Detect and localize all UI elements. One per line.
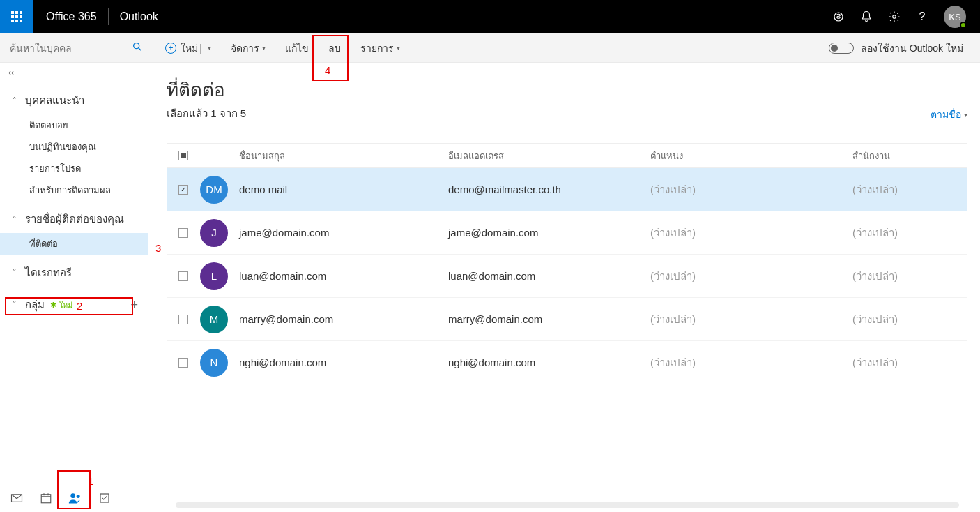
col-header-name[interactable]: ชื่อนามสกุล <box>239 149 448 163</box>
list-button[interactable]: รายการ▾ <box>360 40 400 56</box>
try-new-label: ลองใช้งาน Outlook ใหม่ <box>861 40 963 56</box>
contact-avatar: M <box>200 306 228 333</box>
contact-position: (ว่างเปล่า) <box>650 181 852 198</box>
content-area: ที่ติดต่อ เลือกแล้ว 1 จาก 5 ตามชื่อ ▾ ชื… <box>148 63 980 512</box>
mail-icon[interactable] <box>10 491 24 505</box>
nav-section-suggested[interactable]: ˄บุคคลแนะนำ <box>0 86 148 114</box>
search-box[interactable] <box>0 33 148 62</box>
table-header: ชื่อนามสกุล อีเมลแอดเดรส ตำแหน่ง สำนักงา… <box>167 143 967 168</box>
divider <box>108 8 109 25</box>
list-label: รายการ <box>360 40 394 56</box>
search-icon[interactable] <box>132 41 143 55</box>
contact-avatar: L <box>200 262 228 290</box>
col-header-office[interactable]: สำนักงาน <box>852 149 967 163</box>
search-input[interactable] <box>10 43 132 54</box>
new-label: ใหม่ <box>181 40 198 56</box>
svg-point-4 <box>70 493 75 498</box>
waffle-icon <box>11 11 22 22</box>
chevron-up-icon: ˄ <box>13 96 21 105</box>
col-header-position[interactable]: ตำแหน่ง <box>650 149 852 163</box>
top-bar: Office 365 Outlook ? KS <box>0 0 980 33</box>
nav-section-groups[interactable]: ˅ กลุ่ม ใหม่ + <box>0 291 148 319</box>
nav-section-your-contacts[interactable]: ˄รายชื่อผู้ติดต่อของคุณ <box>0 205 148 233</box>
calendar-icon[interactable] <box>39 491 53 505</box>
nav-section-directory[interactable]: ˅ไดเรกทอรี <box>0 259 148 287</box>
delete-label: ลบ <box>328 40 341 56</box>
settings-icon[interactable] <box>888 10 901 23</box>
avatar-initials: KS <box>949 12 960 22</box>
manage-button[interactable]: จัดการ▾ <box>231 40 266 56</box>
contact-row[interactable]: DMdemo maildemo@mailmaster.co.th(ว่างเปล… <box>167 168 967 211</box>
contact-row[interactable]: Lluan@domain.comluan@domain.com(ว่างเปล่… <box>167 255 967 298</box>
svg-point-2 <box>134 43 139 48</box>
people-icon[interactable] <box>68 491 82 505</box>
contact-avatar: DM <box>200 176 228 204</box>
add-group-button[interactable]: + <box>130 298 138 313</box>
row-checkbox[interactable] <box>178 358 188 368</box>
contact-email: marry@domain.com <box>448 313 650 325</box>
contact-position: (ว่างเปล่า) <box>650 311 852 328</box>
user-avatar[interactable]: KS <box>944 6 966 28</box>
split-divider: | <box>199 43 202 54</box>
nav-item-contacts[interactable]: ที่ติดต่อ <box>0 233 148 255</box>
contact-office: (ว่างเปล่า) <box>852 354 967 371</box>
edit-label: แก้ไข <box>285 40 309 56</box>
chevron-down-icon[interactable]: ▾ <box>208 44 211 52</box>
suite-brand[interactable]: Office 365 <box>46 10 97 23</box>
contact-office: (ว่างเปล่า) <box>852 181 967 198</box>
nav-item-favorites[interactable]: รายการโปรด <box>0 158 148 179</box>
svg-rect-3 <box>41 495 51 503</box>
chevron-down-icon: ▾ <box>964 111 967 119</box>
skype-icon[interactable] <box>832 10 845 23</box>
new-badge: ใหม่ <box>50 299 72 311</box>
chevron-down-icon: ▾ <box>262 44 266 52</box>
horizontal-scrollbar[interactable] <box>176 502 959 508</box>
toolbar: + ใหม่ | ▾ จัดการ▾ แก้ไข ลบ รายการ▾ ลองใ… <box>148 33 980 62</box>
sort-button[interactable]: ตามชื่อ ▾ <box>931 107 967 122</box>
contact-office: (ว่างเปล่า) <box>852 268 967 285</box>
nav-section-label: รายชื่อผู้ติดต่อของคุณ <box>25 211 124 227</box>
contact-row[interactable]: Jjame@domain.comjame@domain.com(ว่างเปล่… <box>167 211 967 255</box>
help-icon[interactable]: ? <box>916 10 928 23</box>
collapse-sidebar[interactable]: ‹‹ <box>0 63 148 82</box>
page-title: ที่ติดต่อ <box>167 75 246 104</box>
nav-item-frequent[interactable]: ติดต่อบ่อย <box>0 114 148 136</box>
contact-avatar: J <box>200 219 228 247</box>
contact-email: demo@mailmaster.co.th <box>448 183 650 195</box>
nav-item-calendar[interactable]: บนปฏิทินของคุณ <box>0 136 148 158</box>
contact-name: luan@domain.com <box>239 270 448 282</box>
module-switcher <box>0 484 148 512</box>
row-checkbox[interactable] <box>178 315 188 324</box>
contact-office: (ว่างเปล่า) <box>852 311 967 328</box>
nav-item-followup[interactable]: สำหรับการติดตามผล <box>0 179 148 201</box>
contact-row[interactable]: Mmarry@domain.commarry@domain.com(ว่างเป… <box>167 298 967 341</box>
nav-section-label: กลุ่ม <box>25 296 45 313</box>
manage-label: จัดการ <box>231 40 259 56</box>
contact-avatar: N <box>200 349 228 377</box>
app-name[interactable]: Outlook <box>120 10 158 23</box>
row-checkbox[interactable] <box>178 271 188 281</box>
contact-position: (ว่างเปล่า) <box>650 225 852 241</box>
chevron-up-icon: ˄ <box>13 215 21 224</box>
app-launcher[interactable] <box>0 0 33 33</box>
new-button[interactable]: + ใหม่ | ▾ <box>165 40 211 56</box>
select-all-checkbox[interactable] <box>178 151 188 160</box>
row-checkbox[interactable] <box>178 185 188 195</box>
contact-name: demo mail <box>239 183 448 195</box>
chevron-down-icon: ˅ <box>13 269 21 278</box>
delete-button[interactable]: ลบ <box>328 40 341 56</box>
contact-email: jame@domain.com <box>448 227 650 239</box>
chevron-down-icon: ▾ <box>397 44 400 52</box>
col-header-email[interactable]: อีเมลแอดเดรส <box>448 149 650 163</box>
try-new-toggle[interactable] <box>829 43 854 54</box>
chevron-down-icon: ˅ <box>13 301 21 310</box>
notifications-icon[interactable] <box>860 10 873 23</box>
presence-dot <box>960 22 967 29</box>
command-bar: + ใหม่ | ▾ จัดการ▾ แก้ไข ลบ รายการ▾ ลองใ… <box>0 33 980 63</box>
contact-row[interactable]: Nnghi@domain.comnghi@domain.com(ว่างเปล่… <box>167 341 967 384</box>
contact-name: nghi@domain.com <box>239 356 448 368</box>
edit-button[interactable]: แก้ไข <box>285 40 309 56</box>
row-checkbox[interactable] <box>178 228 188 238</box>
tasks-icon[interactable] <box>98 491 112 505</box>
selection-status: เลือกแล้ว 1 จาก 5 <box>167 105 246 122</box>
